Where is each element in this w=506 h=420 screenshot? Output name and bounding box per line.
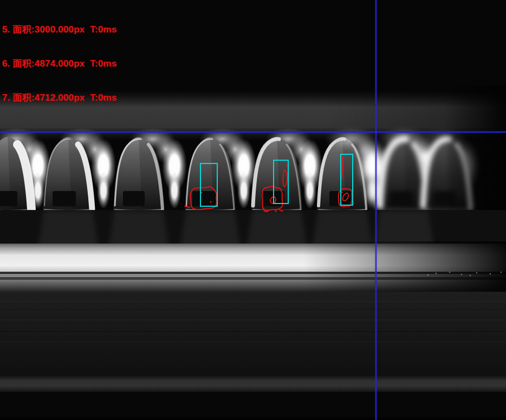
measurement-readout: 5. 面积:3000.000px T:0ms 6. 面积:4874.000px … [2, 1, 117, 126]
measurement-line: 5. 面积:3000.000px T:0ms [2, 24, 117, 35]
machine-vision-viewport: 5. 面积:3000.000px T:0ms 6. 面积:4874.000px … [0, 0, 506, 420]
crosshair-horizontal-line [0, 132, 506, 133]
crosshair-vertical-line [375, 0, 377, 420]
measurement-line: 6. 面积:4874.000px T:0ms [2, 58, 117, 69]
measurement-line: 7. 面积:4712.000px T:0ms [2, 92, 117, 103]
